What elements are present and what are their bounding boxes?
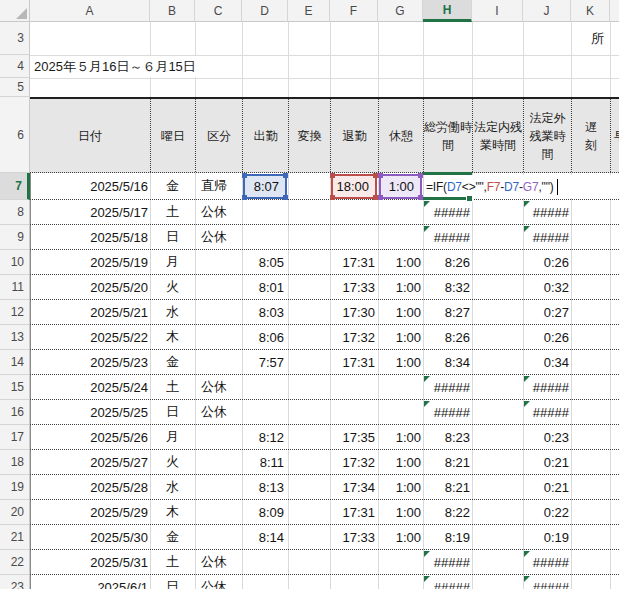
- column-header-E[interactable]: E: [288, 0, 330, 22]
- header-cell-F[interactable]: 退勤: [330, 99, 378, 172]
- cell-B19[interactable]: 水: [150, 475, 195, 499]
- reference-box-G7[interactable]: 1:00: [379, 174, 422, 199]
- row-header-15[interactable]: 15: [0, 375, 30, 400]
- select-all-button[interactable]: [0, 0, 30, 22]
- cell-F11[interactable]: 17:33: [330, 275, 378, 299]
- cell-G17[interactable]: 1:00: [378, 425, 423, 449]
- header-cell-C[interactable]: 区分: [195, 99, 242, 172]
- column-header-K[interactable]: K: [571, 0, 610, 22]
- cell-B7[interactable]: 金: [150, 173, 195, 199]
- header-cell-E[interactable]: 変換: [288, 99, 330, 172]
- cell-D20[interactable]: 8:09: [242, 500, 288, 524]
- cell-J17[interactable]: 0:23: [523, 425, 571, 449]
- fill-handle[interactable]: [466, 195, 473, 202]
- cell-G21[interactable]: 1:00: [378, 525, 423, 549]
- cell-H12[interactable]: 8:27: [423, 300, 472, 324]
- cell-J14[interactable]: 0:34: [523, 350, 571, 374]
- row-header-22[interactable]: 22: [0, 550, 30, 575]
- column-header-F[interactable]: F: [330, 0, 378, 22]
- cell-F10[interactable]: 17:31: [330, 250, 378, 274]
- cell-G13[interactable]: 1:00: [378, 325, 423, 349]
- cell-B11[interactable]: 火: [150, 275, 195, 299]
- row-header-17[interactable]: 17: [0, 425, 30, 450]
- row-header-21[interactable]: 21: [0, 525, 30, 550]
- cell-B18[interactable]: 火: [150, 450, 195, 474]
- header-cell-G[interactable]: 休憩: [378, 99, 423, 172]
- row-header-16[interactable]: 16: [0, 400, 30, 425]
- cell-C23[interactable]: 公休: [195, 575, 242, 589]
- cell-G19[interactable]: 1:00: [378, 475, 423, 499]
- cell-A8[interactable]: 2025/5/17: [30, 200, 150, 224]
- cell-B21[interactable]: 金: [150, 525, 195, 549]
- cell-C22[interactable]: 公休: [195, 550, 242, 574]
- cell-F12[interactable]: 17:30: [330, 300, 378, 324]
- cell-D17[interactable]: 8:12: [242, 425, 288, 449]
- cell-B20[interactable]: 木: [150, 500, 195, 524]
- cell-A16[interactable]: 2025/5/25: [30, 400, 150, 424]
- row-header-14[interactable]: 14: [0, 350, 30, 375]
- cell-J11[interactable]: 0:32: [523, 275, 571, 299]
- cell-F19[interactable]: 17:34: [330, 475, 378, 499]
- row-header-9[interactable]: 9: [0, 225, 30, 250]
- cell-A11[interactable]: 2025/5/20: [30, 275, 150, 299]
- cell-A13[interactable]: 2025/5/22: [30, 325, 150, 349]
- row-header-3[interactable]: 3: [0, 22, 30, 55]
- cell-H17[interactable]: 8:23: [423, 425, 472, 449]
- cell-B12[interactable]: 水: [150, 300, 195, 324]
- cell-J12[interactable]: 0:27: [523, 300, 571, 324]
- cell-D13[interactable]: 8:06: [242, 325, 288, 349]
- cell-A4-period-label[interactable]: 2025年５月16日～６月15日: [31, 56, 196, 77]
- cell-D18[interactable]: 8:11: [242, 450, 288, 474]
- header-cell-H[interactable]: 総労働時間: [423, 99, 472, 172]
- cell-J8[interactable]: #####: [523, 200, 571, 224]
- cell-A23[interactable]: 2025/6/1: [30, 575, 150, 589]
- cell-H23[interactable]: #####: [423, 575, 472, 589]
- cell-C9[interactable]: 公休: [195, 225, 242, 249]
- cell-J20[interactable]: 0:22: [523, 500, 571, 524]
- cell-B23[interactable]: 日: [150, 575, 195, 589]
- header-cell-D[interactable]: 出勤: [242, 99, 288, 172]
- cell-A9[interactable]: 2025/5/18: [30, 225, 150, 249]
- cell-G20[interactable]: 1:00: [378, 500, 423, 524]
- cell-F13[interactable]: 17:32: [330, 325, 378, 349]
- cell-F14[interactable]: 17:31: [330, 350, 378, 374]
- cell-F20[interactable]: 17:31: [330, 500, 378, 524]
- row-header-7[interactable]: 7: [0, 173, 30, 200]
- cell-H20[interactable]: 8:22: [423, 500, 472, 524]
- cell-D12[interactable]: 8:03: [242, 300, 288, 324]
- cell-H8[interactable]: #####: [423, 200, 472, 224]
- cell-H11[interactable]: 8:32: [423, 275, 472, 299]
- cell-J10[interactable]: 0:26: [523, 250, 571, 274]
- cell-H9[interactable]: #####: [423, 225, 472, 249]
- cell-A18[interactable]: 2025/5/27: [30, 450, 150, 474]
- row-header-4[interactable]: 4: [0, 55, 30, 78]
- cell-B10[interactable]: 月: [150, 250, 195, 274]
- column-header-D[interactable]: D: [242, 0, 288, 22]
- header-cell-K[interactable]: 遅刻: [571, 99, 610, 172]
- row-header-6[interactable]: 6: [0, 97, 30, 173]
- row-header-19[interactable]: 19: [0, 475, 30, 500]
- cell-H10[interactable]: 8:26: [423, 250, 472, 274]
- cell-A7[interactable]: 2025/5/16: [30, 173, 150, 199]
- reference-box-D7[interactable]: 8:07: [243, 174, 287, 199]
- row-header-12[interactable]: 12: [0, 300, 30, 325]
- formula-edit-cell-H7[interactable]: =IF(D7<>"",F7-D7-G7,""): [424, 175, 617, 198]
- cell-A17[interactable]: 2025/5/26: [30, 425, 150, 449]
- cell-J19[interactable]: 0:21: [523, 475, 571, 499]
- cell-H18[interactable]: 8:21: [423, 450, 472, 474]
- row-header-23[interactable]: 23: [0, 575, 30, 589]
- column-header-A[interactable]: A: [30, 0, 150, 22]
- header-cell-L[interactable]: 早退: [610, 99, 619, 172]
- cell-D10[interactable]: 8:05: [242, 250, 288, 274]
- cell-C15[interactable]: 公休: [195, 375, 242, 399]
- column-header-C[interactable]: C: [195, 0, 242, 22]
- row-header-8[interactable]: 8: [0, 200, 30, 225]
- cell-B14[interactable]: 金: [150, 350, 195, 374]
- cell-D19[interactable]: 8:13: [242, 475, 288, 499]
- cell-B16[interactable]: 日: [150, 400, 195, 424]
- row-header-10[interactable]: 10: [0, 250, 30, 275]
- cell-B22[interactable]: 土: [150, 550, 195, 574]
- row-header-13[interactable]: 13: [0, 325, 30, 350]
- cell-C8[interactable]: 公休: [195, 200, 242, 224]
- header-cell-A[interactable]: 日付: [30, 99, 150, 172]
